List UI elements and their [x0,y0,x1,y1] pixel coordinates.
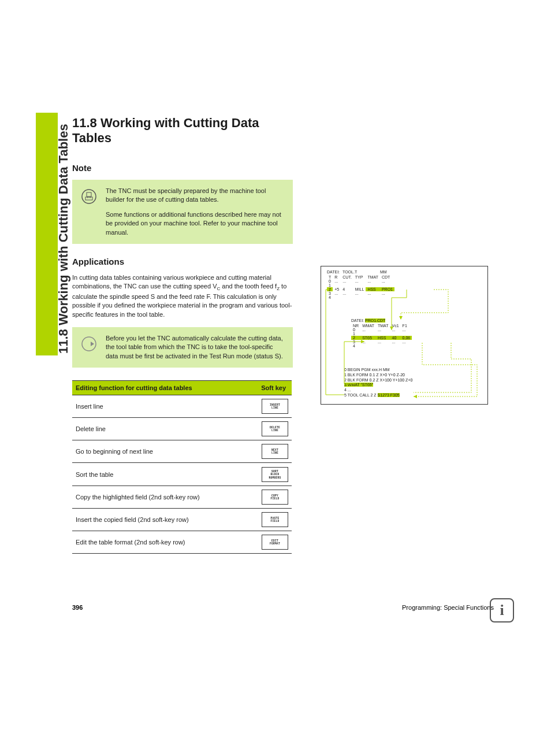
chapter-label: Programming: Special Functions [402,604,494,611]
table-head-func: Editing function for cutting data tables [72,381,248,395]
code-l5a: 5 TOOL CALL 2 Z [344,393,378,397]
table-row-key: EDITFORMAT [248,531,292,554]
table-head-key: Soft key [248,381,292,395]
code-l0: 0 BEGIN PGM xxx.H MM [344,368,412,373]
editing-table: Editing function for cutting data tables… [72,380,292,554]
tip-text: Before you let the TNC automatically cal… [106,334,285,361]
softkey-sort-block-numbers[interactable]: SORTBLOCKNUMBERS [262,467,288,482]
code-l1: 1 BLK FORM 0.1 Z X+0 Y+0 Z-20 [344,373,412,378]
d-t1-title-1: TOOL.T [342,270,357,274]
softkey-next-line[interactable]: NEXTLINE [262,444,288,459]
arrow-icon [80,334,98,361]
table-row-func: Go to beginning of next line [72,440,248,463]
table-row-func: Delete line [72,418,248,440]
side-tab-bg [36,113,58,355]
d-t1-title-0: DATEI: [327,270,340,274]
table-row-key: COPYFIELD [248,486,292,509]
d-t2-title-1: PRO1.CDT [365,318,385,323]
softkey-edit-format[interactable]: EDITFORMAT [262,535,288,550]
d-t2-title-0: DATEI: [351,318,364,323]
table-row-func: Edit the table format (2nd soft-key row) [72,531,248,554]
tip-box: Before you let the TNC automatically cal… [72,327,293,368]
softkey-paste-field[interactable]: PASTEFIELD [262,512,288,527]
apps-body: In cutting data tables containing variou… [72,273,300,319]
softkey-insert-line[interactable]: INSERTLINE [262,399,288,414]
table-row-key: INSERTLINE [248,395,292,418]
table-row-key: NEXTLINE [248,440,292,463]
table-row-key: DELETELINE [248,418,292,440]
side-tab-label: 11.8 Working with Cutting Data Tables [56,124,71,354]
code-l3: 3 WMAT "ST65" [344,383,373,387]
page-number: 396 [72,604,83,611]
table-row-func: Insert line [72,395,248,418]
page-title: 11.8 Working with Cutting Data Tables [72,116,297,146]
table-row-func: Sort the table [72,463,248,486]
d-t1-title-2: MM [380,270,387,274]
code-l5b: S1273 F305 [378,393,400,397]
code-l2: 2 BLK FORM 0.2 Z X+100 Y+100 Z+0 [344,378,412,383]
softkey-delete-line[interactable]: DELETELINE [262,421,288,436]
softkey-copy-field[interactable]: COPYFIELD [262,490,288,505]
page-footer: 396 Programming: Special Functions [72,604,494,611]
code-l4: 4 ... [344,388,412,393]
note-heading: Note [72,163,494,173]
machine-icon [80,187,98,237]
svg-rect-1 [87,192,91,197]
apps-heading: Applications [72,257,494,266]
svg-rect-2 [85,197,92,200]
table-row-func: Copy the highlighted field (2nd soft-key… [72,486,248,509]
note-p1: The TNC must be specially prepared by th… [106,187,285,205]
table-row-key: SORTBLOCKNUMBERS [248,463,292,486]
note-box-machine: The TNC must be specially prepared by th… [72,180,293,244]
table-row-key: PASTEFIELD [248,509,292,531]
data-flow-diagram: DATEI: TOOL.T MM TRCUT.TYPTMATCDT0......… [321,266,488,405]
note-p2: Some functions or additional functions d… [106,210,285,237]
info-icon: i [490,598,514,622]
table-row-func: Insert the copied field (2nd soft-key ro… [72,509,248,531]
